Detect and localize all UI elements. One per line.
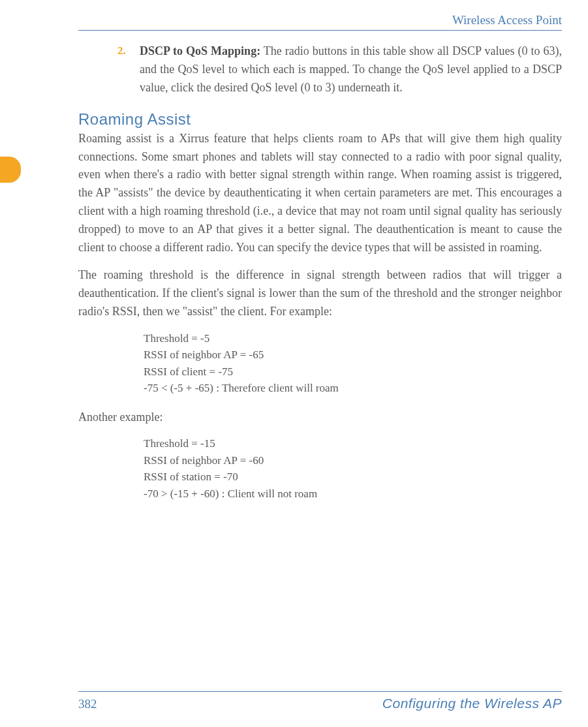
- example2-line2: RSSI of neighbor AP = -60: [144, 452, 562, 469]
- paragraph-3: Another example:: [78, 409, 562, 427]
- example1-line4: -75 < (-5 + -65) : Therefore client will…: [144, 380, 562, 397]
- page-footer: 382 Configuring the Wireless AP: [78, 691, 562, 711]
- example1-line1: Threshold = -5: [144, 330, 562, 347]
- list-bold-prefix: DSCP to QoS Mapping:: [140, 44, 260, 57]
- example2-line1: Threshold = -15: [144, 435, 562, 452]
- numbered-list-item: 2. DSCP to QoS Mapping: The radio button…: [117, 42, 562, 97]
- example1-line2: RSSI of neighbor AP = -65: [144, 347, 562, 364]
- example2-line3: RSSI of station = -70: [144, 469, 562, 486]
- page-number: 382: [78, 697, 97, 711]
- footer-section-title: Configuring the Wireless AP: [382, 696, 562, 711]
- page-container: Wireless Access Point 2. DSCP to QoS Map…: [0, 0, 588, 727]
- list-marker: 2.: [117, 42, 140, 97]
- paragraph-1: Roaming assist is a Xirrus feature that …: [78, 130, 562, 257]
- example1-line3: RSSI of client = -75: [144, 364, 562, 380]
- example-block-2: Threshold = -15 RSSI of neighbor AP = -6…: [144, 435, 562, 502]
- page-header-title: Wireless Access Point: [78, 13, 562, 31]
- example-block-1: Threshold = -5 RSSI of neighbor AP = -65…: [144, 330, 562, 397]
- section-heading-roaming-assist: Roaming Assist: [78, 110, 562, 129]
- example2-line4: -70 > (-15 + -60) : Client will not roam: [144, 486, 562, 503]
- paragraph-2: The roaming threshold is the difference …: [78, 266, 562, 321]
- list-body: DSCP to QoS Mapping: The radio buttons i…: [140, 42, 562, 97]
